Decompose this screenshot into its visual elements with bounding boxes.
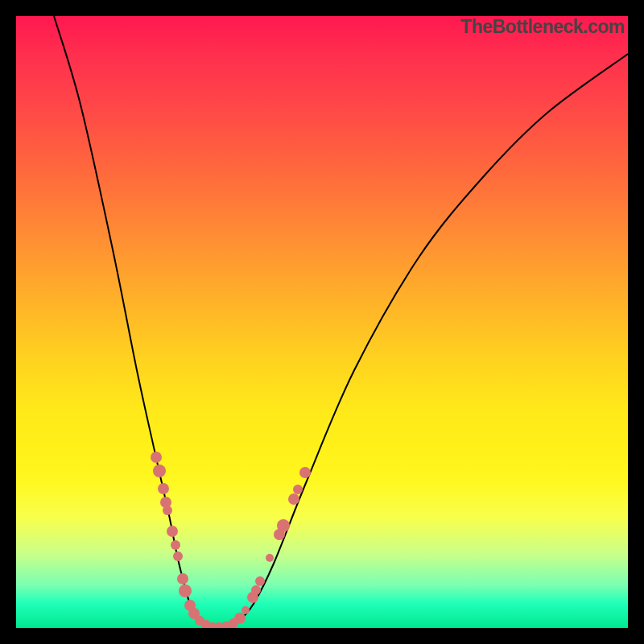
highlight-dot	[173, 551, 183, 561]
highlight-dot	[299, 467, 311, 478]
highlight-dot	[242, 606, 250, 614]
highlight-dot	[288, 493, 299, 505]
highlight-dot	[234, 613, 246, 624]
highlight-dot	[171, 540, 180, 550]
highlight-dot	[251, 585, 261, 595]
highlight-dot	[177, 573, 188, 584]
highlight-dot	[179, 584, 192, 597]
highlight-dot	[167, 526, 178, 537]
watermark-label: TheBottleneck.com	[460, 16, 625, 38]
highlight-dot	[266, 554, 274, 562]
highlight-dot	[151, 452, 162, 463]
highlight-dot	[255, 576, 265, 586]
highlight-dot	[293, 485, 303, 494]
highlight-dot	[158, 483, 169, 494]
highlight-dot	[163, 506, 172, 515]
highlight-dot	[277, 519, 290, 532]
highlight-dot	[153, 464, 166, 477]
highlight-dots	[16, 16, 628, 628]
